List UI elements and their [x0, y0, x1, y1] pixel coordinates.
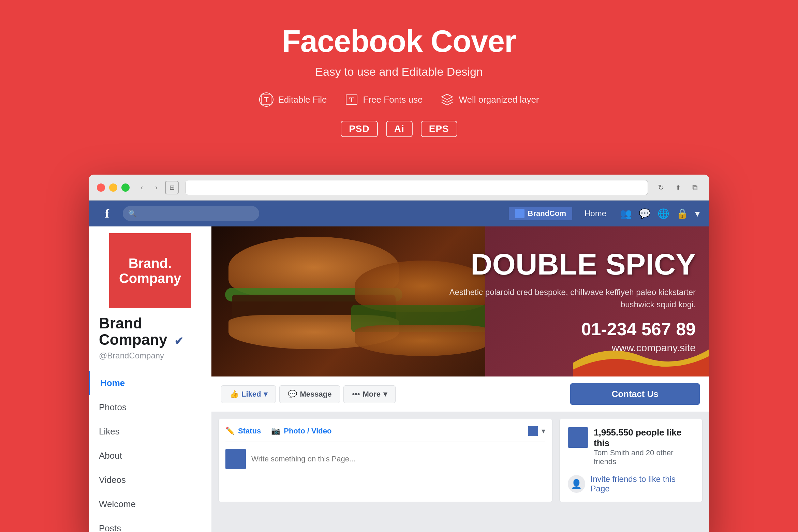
page-subtitle: Easy to use and Editable Design	[0, 65, 798, 78]
refresh-icon[interactable]	[655, 181, 667, 194]
free-fonts-label: Free Fonts use	[363, 94, 423, 105]
editable-file-icon: T	[259, 92, 274, 107]
forward-button[interactable]: ›	[151, 182, 162, 193]
sidebar-item-photos[interactable]: Photos	[89, 395, 211, 419]
free-fonts-icon: T	[344, 92, 359, 107]
verified-badge: ✔	[174, 335, 183, 347]
sidebar-item-welcome[interactable]: Welcome	[89, 492, 211, 516]
photo-video-label: Photo / Video	[284, 427, 331, 435]
likes-count: 1,955.550 people like this	[594, 427, 694, 448]
more-button[interactable]: ••• More ▾	[343, 385, 396, 403]
invite-icon: 👤	[568, 475, 585, 493]
fb-brand-pill: BrandCom	[509, 207, 572, 220]
search-icon: 🔍	[128, 209, 137, 218]
feature-organized-layer: Well organized layer	[440, 92, 539, 107]
contact-us-button[interactable]: Contact Us	[570, 383, 700, 405]
likes-avatar-icon	[568, 427, 588, 448]
sidebar-item-likes[interactable]: Likes	[89, 419, 211, 444]
svg-text:T: T	[349, 95, 354, 104]
profile-picture: Brand. Company	[109, 233, 191, 308]
tab-blue-square	[528, 426, 538, 436]
browser-actions	[655, 181, 701, 194]
svg-text:T: T	[264, 95, 269, 104]
post-input-area	[225, 442, 545, 469]
browser-nav: ‹ › ⊞	[136, 181, 179, 194]
duplicate-icon[interactable]	[689, 181, 701, 194]
editable-file-label: Editable File	[278, 94, 327, 105]
post-tab-chevron-icon: ▾	[542, 427, 545, 435]
fb-main: DOUBLE SPICY Aesthetic polaroid cred bes…	[211, 226, 709, 532]
chevron-down-icon[interactable]: ▾	[695, 208, 700, 219]
sidebar-item-about[interactable]: About	[89, 444, 211, 468]
feature-free-fonts: T Free Fonts use	[344, 92, 423, 107]
message-button[interactable]: 💬 Message	[279, 385, 340, 403]
badge-psd: PSD	[341, 121, 378, 137]
browser-chrome: ‹ › ⊞	[89, 175, 709, 201]
liked-button[interactable]: 👍 Liked ▾	[221, 385, 276, 403]
profile-brand-text: Brand. Company	[119, 256, 181, 286]
browser-window: ‹ › ⊞ f 🔍 BrandCom Home 👥 💬 🌐 🔒 ▾	[89, 175, 709, 532]
cover-photo: DOUBLE SPICY Aesthetic polaroid cred bes…	[211, 226, 709, 376]
organized-layer-label: Well organized layer	[459, 94, 539, 105]
thumbs-up-icon: 👍	[230, 390, 239, 399]
status-tab[interactable]: ✏️ Status	[225, 427, 261, 435]
brand-color-dot	[515, 209, 524, 218]
photo-video-tab[interactable]: 📷 Photo / Video	[271, 427, 331, 435]
share-icon[interactable]	[672, 181, 684, 194]
traffic-lights	[97, 183, 130, 192]
brand-name: BrandCom	[528, 209, 566, 218]
minimize-button[interactable]	[109, 183, 117, 192]
profile-name-section: Brand Company ✔ @BrandCompany	[89, 308, 211, 364]
cover-subtitle: Aesthetic polaroid cred bespoke, chillwa…	[447, 286, 696, 311]
sidebar-item-videos[interactable]: Videos	[89, 468, 211, 492]
features-row: T Editable File T Free Fonts use Well or…	[0, 92, 798, 107]
messenger-icon[interactable]: 💬	[639, 208, 651, 219]
header-section: Facebook Cover Easy to use and Editable …	[0, 0, 798, 175]
back-button[interactable]: ‹	[136, 182, 147, 193]
badge-ai: Ai	[386, 121, 413, 137]
more-label: More	[363, 390, 381, 399]
maximize-button[interactable]	[121, 183, 130, 192]
likes-info: 1,955.550 people like this Tom Smith and…	[594, 427, 694, 466]
post-tabs: ✏️ Status 📷 Photo / Video ▾	[225, 426, 545, 442]
cover-title: DOUBLE SPICY	[447, 249, 696, 279]
likes-friends: Tom Smith and 20 other friends	[594, 448, 694, 466]
liked-label: Liked	[241, 390, 261, 399]
ellipsis-icon: •••	[352, 390, 360, 399]
badge-eps: EPS	[421, 121, 457, 137]
lock-icon[interactable]: 🔒	[676, 208, 688, 219]
post-composer: ✏️ Status 📷 Photo / Video ▾	[218, 419, 552, 502]
burger-image-area	[211, 226, 485, 376]
message-icon: 💬	[288, 390, 297, 399]
profile-username: @BrandCompany	[99, 351, 201, 360]
likes-panel: 1,955.550 people like this Tom Smith and…	[559, 419, 703, 502]
profile-full-name: Brand Company ✔	[99, 315, 201, 348]
page-title: Facebook Cover	[0, 24, 798, 59]
fb-content: Brand. Company Brand Company ✔ @BrandCom…	[89, 226, 709, 532]
facebook-search[interactable]: 🔍	[123, 206, 259, 221]
pencil-icon: ✏️	[225, 427, 235, 435]
fb-post-section: ✏️ Status 📷 Photo / Video ▾	[211, 412, 709, 509]
invite-text: Invite friends to like this Page	[591, 474, 694, 493]
status-label: Status	[238, 427, 261, 435]
close-button[interactable]	[97, 183, 105, 192]
camera-icon: 📷	[271, 427, 280, 435]
likes-card: 1,955.550 people like this Tom Smith and…	[559, 419, 703, 502]
post-avatar	[225, 449, 246, 469]
post-text-input[interactable]	[251, 450, 545, 468]
sidebar-item-posts[interactable]: Posts	[89, 516, 211, 532]
facebook-navbar: f 🔍 BrandCom Home 👥 💬 🌐 🔒 ▾	[89, 201, 709, 226]
fb-action-bar: 👍 Liked ▾ 💬 Message ••• More ▾ Contact U…	[211, 376, 709, 412]
likes-row: 1,955.550 people like this Tom Smith and…	[568, 427, 694, 466]
friends-icon[interactable]: 👥	[620, 208, 632, 219]
facebook-logo: f	[98, 205, 116, 222]
invite-row[interactable]: 👤 Invite friends to like this Page	[568, 474, 694, 493]
message-label: Message	[300, 390, 331, 399]
fb-home-nav[interactable]: Home	[585, 209, 606, 218]
svg-marker-5	[442, 94, 453, 100]
wave-decoration	[573, 336, 709, 376]
address-bar[interactable]	[186, 180, 648, 195]
sidebar-item-home[interactable]: Home	[89, 371, 211, 395]
globe-icon[interactable]: 🌐	[657, 208, 669, 219]
fb-nav-icons: 👥 💬 🌐 🔒 ▾	[620, 208, 700, 219]
